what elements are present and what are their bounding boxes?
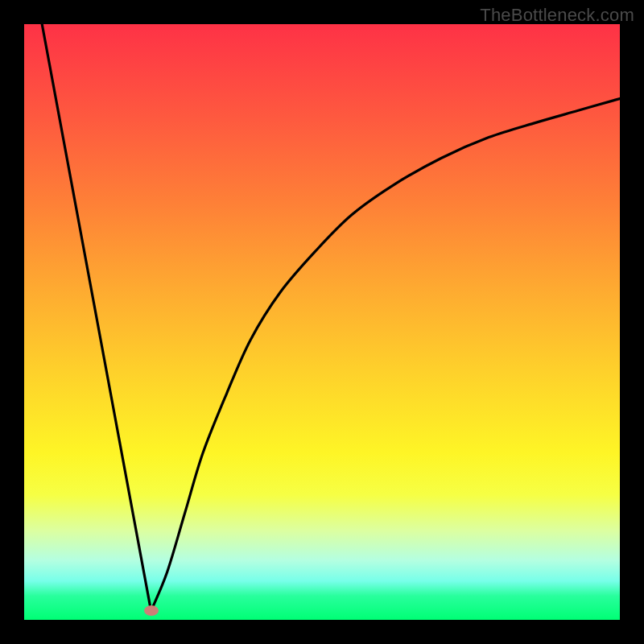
curve-svg — [24, 24, 620, 620]
curve-path — [42, 24, 620, 611]
watermark-text: TheBottleneck.com — [480, 5, 634, 26]
plot-area — [24, 24, 620, 620]
chart-frame: TheBottleneck.com — [0, 0, 644, 644]
